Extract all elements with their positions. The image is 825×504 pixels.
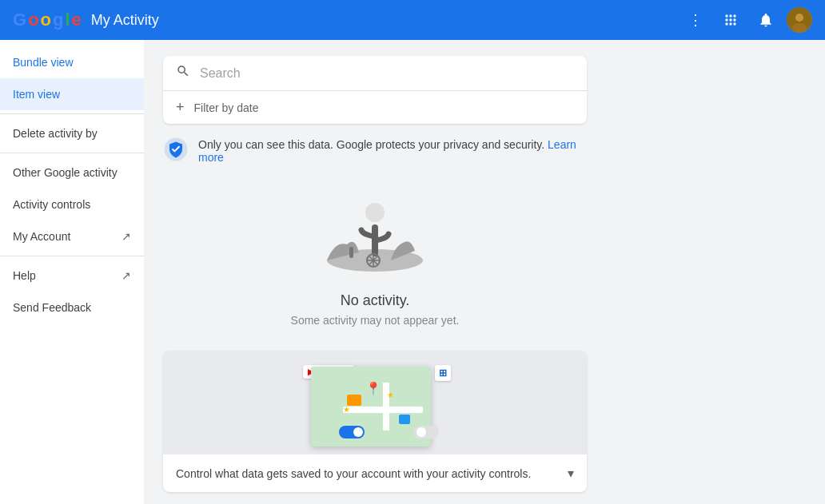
sidebar-item-item-view[interactable]: Item view bbox=[0, 78, 144, 110]
empty-state: No activity. Some activity may not appea… bbox=[163, 181, 587, 351]
user-avatar[interactable] bbox=[787, 7, 812, 33]
search-input[interactable] bbox=[200, 66, 574, 81]
sidebar-item-my-account[interactable]: My Account ↗ bbox=[0, 220, 144, 252]
svg-rect-8 bbox=[349, 247, 353, 258]
activity-card-text: Control what data gets saved to your acc… bbox=[176, 467, 531, 480]
sidebar-item-send-feedback[interactable]: Send Feedback bbox=[0, 292, 144, 323]
plus-icon: + bbox=[176, 99, 185, 116]
privacy-notice: Only you can see this data. Google prote… bbox=[163, 137, 587, 165]
sidebar-divider-2 bbox=[0, 153, 144, 153]
chevron-down-icon: ▾ bbox=[568, 466, 574, 481]
empty-state-title: No activity. bbox=[341, 292, 410, 309]
svg-point-5 bbox=[365, 203, 385, 222]
shield-icon bbox=[163, 137, 189, 165]
google-logo: Google bbox=[13, 10, 82, 30]
sheets-badge: ⊞ bbox=[435, 365, 451, 381]
sidebar-item-other-google[interactable]: Other Google activity bbox=[0, 157, 144, 189]
sidebar-divider-1 bbox=[0, 113, 144, 114]
sidebar-item-help[interactable]: Help ↗ bbox=[0, 260, 144, 292]
more-options-button[interactable]: ⋮ bbox=[681, 6, 710, 34]
google-apps-button[interactable] bbox=[716, 6, 745, 34]
sidebar-item-bundle-view[interactable]: Bundle view bbox=[0, 46, 144, 78]
map-illustration: ▶ YouTube 📍 ★ ★ ⊞ bbox=[295, 359, 455, 446]
desert-illustration bbox=[311, 196, 439, 276]
header-logo-area: Google My Activity bbox=[13, 10, 159, 30]
sidebar-item-activity-controls[interactable]: Activity controls bbox=[0, 189, 144, 220]
svg-point-1 bbox=[795, 14, 803, 22]
activity-card-footer[interactable]: Control what data gets saved to your acc… bbox=[163, 454, 587, 492]
external-link-icon: ↗ bbox=[122, 230, 131, 243]
filter-by-date-button[interactable]: + Filter by date bbox=[163, 91, 587, 124]
notifications-button[interactable] bbox=[751, 6, 780, 34]
toggle-off bbox=[413, 426, 439, 439]
map-star-2: ★ bbox=[387, 391, 394, 399]
search-icon bbox=[176, 64, 190, 82]
search-row bbox=[163, 56, 587, 91]
map-pin-icon: 📍 bbox=[365, 381, 381, 396]
empty-state-subtitle: Some activity may not appear yet. bbox=[291, 314, 460, 327]
sidebar-divider-3 bbox=[0, 256, 144, 256]
svg-point-2 bbox=[792, 23, 807, 33]
external-link-icon-help: ↗ bbox=[122, 269, 131, 282]
toggle-on bbox=[339, 426, 365, 439]
app-header: Google My Activity ⋮ bbox=[0, 0, 825, 40]
activity-controls-card: ▶ YouTube 📍 ★ ★ ⊞ Control what d bbox=[163, 351, 587, 492]
filter-label: Filter by date bbox=[194, 101, 259, 114]
sidebar: Bundle view Item view Delete activity by… bbox=[0, 40, 144, 504]
app-title: My Activity bbox=[91, 12, 159, 29]
main-layout: Bundle view Item view Delete activity by… bbox=[0, 0, 825, 504]
privacy-text: Only you can see this data. Google prote… bbox=[198, 138, 587, 164]
map-background bbox=[311, 367, 431, 446]
search-box: + Filter by date bbox=[163, 56, 587, 124]
activity-card-image: ▶ YouTube 📍 ★ ★ ⊞ bbox=[163, 351, 587, 454]
map-star-1: ★ bbox=[343, 405, 350, 414]
sidebar-item-delete-activity[interactable]: Delete activity by bbox=[0, 117, 144, 149]
main-content: + Filter by date Only you can see this d… bbox=[144, 40, 825, 504]
header-actions: ⋮ bbox=[681, 6, 812, 34]
